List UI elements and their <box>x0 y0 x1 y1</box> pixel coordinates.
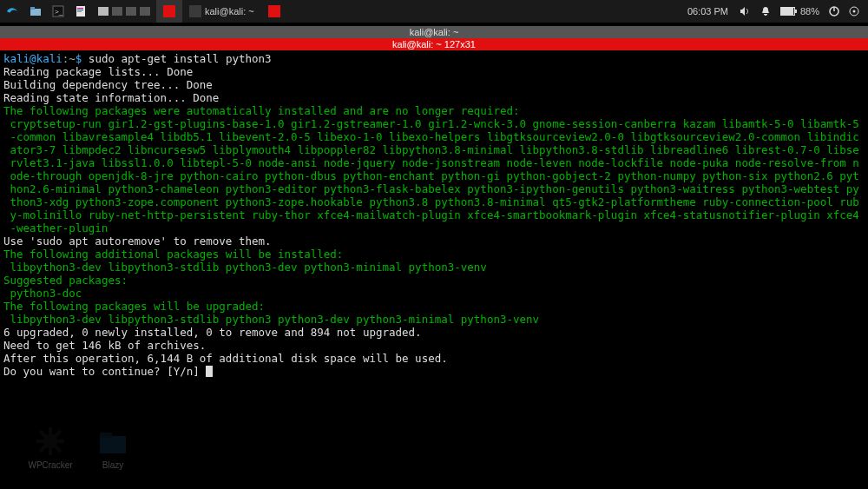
out-block: python3-doc <box>3 287 865 300</box>
panel-left: >_ kali@kali: ~ <box>0 0 287 23</box>
taskbar-item-label: kali@kali: ~ <box>205 6 254 17</box>
file-manager-button[interactable] <box>24 0 47 23</box>
titlebar-tab-active[interactable]: kali@kali: ~ 127x31 <box>0 38 868 50</box>
desktop-icon-label: Blazy <box>87 460 139 470</box>
out-line: The following packages will be upgraded: <box>3 300 265 313</box>
clock[interactable]: 06:03 PM <box>687 6 728 17</box>
folder-icon <box>30 5 42 17</box>
terminal-launcher-button[interactable]: >_ <box>47 0 69 23</box>
svg-rect-9 <box>795 10 797 13</box>
svg-rect-10 <box>793 8 794 15</box>
out-block: libpython3-dev libpython3-stdlib python3… <box>3 313 865 326</box>
prompt-dollar: $ <box>76 52 82 65</box>
out-block: libpython3-dev libpython3-stdlib python3… <box>3 261 865 274</box>
svg-rect-20 <box>100 436 126 453</box>
svg-rect-1 <box>30 7 35 10</box>
battery-text: 88% <box>800 6 819 17</box>
text-editor-button[interactable] <box>69 0 92 23</box>
kali-dragon-icon <box>5 4 19 18</box>
taskbar-item-terminal-active[interactable] <box>156 0 182 23</box>
prompt-user: kali@kali <box>3 52 62 65</box>
app-menu-button[interactable] <box>0 0 24 23</box>
svg-rect-21 <box>100 433 112 438</box>
svg-text:>_: >_ <box>55 8 63 16</box>
volume-icon[interactable] <box>739 5 751 17</box>
task-swatch-icon <box>163 5 175 17</box>
command-text: sudo apt-get install python3 <box>89 52 272 65</box>
battery-indicator[interactable]: 88% <box>780 6 819 17</box>
menu-icon[interactable] <box>849 6 859 17</box>
cursor <box>206 366 213 377</box>
out-line: Building dependency tree... Done <box>3 78 213 91</box>
desktop-icon-label: WPCracker <box>24 460 76 470</box>
titlebar-tab-inactive[interactable]: kali@kali: ~ <box>0 26 868 38</box>
taskbar-item-other[interactable] <box>261 0 287 23</box>
svg-point-14 <box>853 10 856 13</box>
top-panel: >_ kali@kali: ~ 06:03 PM 88% <box>0 0 868 23</box>
out-line: Reading state information... Done <box>3 91 219 104</box>
workspace-2[interactable] <box>112 7 122 16</box>
workspace-3[interactable] <box>126 7 136 16</box>
out-line: Do you want to continue? [Y/n] <box>3 365 206 378</box>
out-line: Use 'sudo apt autoremove' to remove them… <box>3 235 272 248</box>
task-swatch-icon <box>189 5 201 17</box>
svg-rect-7 <box>77 11 82 12</box>
terminal-window: kali@kali: ~ kali@kali: ~ 127x31 kali@ka… <box>0 26 868 380</box>
prompt-path: ~ <box>69 52 76 65</box>
out-line: Suggested packages: <box>3 274 128 287</box>
out-line: The following additional packages will b… <box>3 248 343 261</box>
terminal-body[interactable]: kali@kali:~$ sudo apt-get install python… <box>0 50 868 380</box>
svg-rect-0 <box>30 9 41 16</box>
desktop-icon-wpcracker[interactable]: WPCracker <box>24 426 76 470</box>
taskbar-item-terminal[interactable]: kali@kali: ~ <box>182 0 261 23</box>
out-line: Need to get 146 kB of archives. <box>3 339 206 352</box>
workspace-switcher[interactable] <box>92 7 156 16</box>
power-icon[interactable] <box>828 5 840 17</box>
terminal-icon: >_ <box>52 5 64 17</box>
workspace-1[interactable] <box>98 7 108 16</box>
task-swatch-icon <box>268 5 280 17</box>
battery-icon <box>780 7 798 16</box>
svg-rect-6 <box>77 10 83 10</box>
panel-right: 06:03 PM 88% <box>687 0 868 23</box>
out-line: Reading package lists... Done <box>3 65 193 78</box>
svg-rect-5 <box>77 8 83 9</box>
desktop-icon-blazy[interactable]: Blazy <box>87 426 139 470</box>
out-block: cryptsetup-run gir1.2-gst-plugins-base-1… <box>3 117 865 235</box>
out-line: After this operation, 6,144 B of additio… <box>3 352 448 365</box>
svg-rect-8 <box>780 7 795 16</box>
editor-icon <box>75 5 87 17</box>
notifications-icon[interactable] <box>760 5 772 17</box>
folder-icon <box>97 426 128 457</box>
workspace-4[interactable] <box>140 7 150 16</box>
out-line: The following packages were automaticall… <box>3 104 520 117</box>
gear-icon <box>35 426 66 457</box>
out-line: 6 upgraded, 0 newly installed, 0 to remo… <box>3 326 422 339</box>
